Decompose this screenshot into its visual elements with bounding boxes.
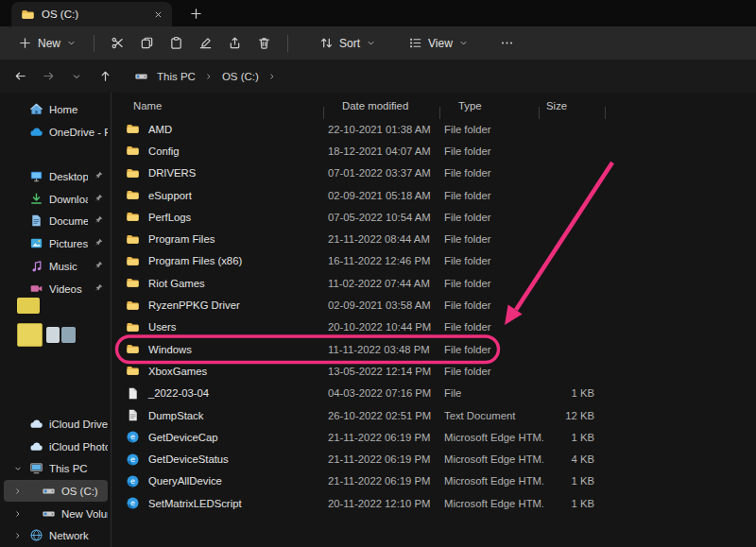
- tab-close-icon[interactable]: [149, 6, 166, 23]
- file-row-config[interactable]: Config18-12-2021 04:07 AMFile folder: [112, 140, 756, 162]
- sidebar-item-label: Home: [49, 104, 108, 115]
- file-row-users[interactable]: Users20-10-2022 10:44 PMFile folder: [112, 316, 756, 338]
- sidebar-item-home[interactable]: Home: [4, 98, 108, 120]
- more-options-button[interactable]: [492, 30, 522, 57]
- sidebar: HomeOneDrive - PersonaDesktopDownloadsDo…: [0, 93, 112, 547]
- documents-icon: [29, 214, 43, 228]
- sidebar-item-label: Documents: [49, 215, 88, 227]
- drive-icon: [42, 484, 56, 498]
- chevron-right-icon[interactable]: [11, 487, 24, 496]
- svg-text:e: e: [130, 455, 135, 464]
- file-date-modified: 04-03-2022 07:16 PM: [328, 387, 444, 399]
- svg-text:e: e: [130, 434, 135, 442]
- cut-button[interactable]: [103, 30, 132, 57]
- file-row-esupport[interactable]: eSupport02-09-2021 05:18 AMFile folder: [112, 184, 756, 206]
- new-button[interactable]: New: [9, 30, 85, 57]
- home-icon: [29, 102, 43, 116]
- new-tab-button[interactable]: [185, 3, 206, 24]
- sidebar-item-icloud-photos[interactable]: iCloud Photos: [4, 436, 108, 457]
- file-date-modified: 21-11-2022 06:19 PM: [328, 453, 444, 465]
- file-date-modified: 20-11-2022 12:10 PM: [328, 498, 444, 509]
- file-row-program-files[interactable]: Program Files21-11-2022 08:44 AMFile fol…: [112, 228, 756, 249]
- file-name: Program Files: [148, 233, 215, 245]
- sidebar-item-new-volume-d[interactable]: New Volume (D:): [4, 503, 108, 524]
- sort-button[interactable]: Sort: [311, 30, 385, 57]
- folder-icon: [126, 166, 140, 180]
- file-row-getdevicecap[interactable]: eGetDeviceCap21-11-2022 06:19 PMMicrosof…: [112, 426, 756, 448]
- thumbnail[interactable]: [46, 327, 60, 343]
- toolbar: New Sort View: [0, 26, 756, 60]
- thumbnail[interactable]: [61, 327, 76, 343]
- chevron-right-icon[interactable]: [11, 531, 24, 540]
- folder-icon: [126, 320, 140, 334]
- file-row-riot-games[interactable]: Riot Games11-02-2022 07:44 AMFile folder: [112, 272, 756, 294]
- sidebar-item-music[interactable]: Music: [4, 255, 108, 277]
- sidebar-item-pictures[interactable]: Pictures: [4, 232, 108, 254]
- toolbar-separator: [94, 35, 94, 52]
- view-button[interactable]: View: [400, 30, 477, 57]
- chevron-down-icon[interactable]: [11, 464, 24, 473]
- file-date-modified: 07-05-2022 10:54 AM: [328, 212, 444, 223]
- column-header-size[interactable]: Size: [543, 100, 610, 111]
- file-name: Riot Games: [148, 278, 205, 289]
- sidebar-item-label: Desktop: [49, 171, 88, 182]
- chevron-down-icon: [366, 38, 376, 48]
- pin-icon: [94, 260, 104, 272]
- recent-locations-button[interactable]: [64, 64, 89, 89]
- sidebar-item-downloads[interactable]: Downloads: [4, 188, 108, 210]
- up-button[interactable]: [93, 64, 117, 89]
- explorer-tab[interactable]: OS (C:): [11, 2, 172, 26]
- breadcrumb-item-this-pc[interactable]: This PC: [153, 68, 199, 85]
- file-row-getdevicestatus[interactable]: eGetDeviceStatus21-11-2022 06:19 PMMicro…: [112, 448, 756, 470]
- sidebar-item-this-pc[interactable]: This PC: [4, 457, 108, 479]
- thumbnail[interactable]: [17, 323, 43, 347]
- sidebar-item-network[interactable]: Network: [4, 524, 108, 546]
- thumbnail[interactable]: [17, 298, 40, 314]
- sidebar-item-icloud-drive[interactable]: iCloud Drive: [4, 413, 108, 435]
- breadcrumb-item-os-c[interactable]: OS (C:): [218, 68, 263, 85]
- view-icon: [408, 36, 422, 50]
- file-rows: AMD22-10-2021 01:38 AMFile folderConfig1…: [112, 118, 756, 514]
- file-row-2022-03-04[interactable]: _2022-03-0404-03-2022 07:16 PMFile1 KB: [112, 383, 756, 404]
- edge-icon: e: [126, 430, 140, 444]
- file-row-queryalldevice[interactable]: eQueryAllDevice21-11-2022 06:19 PMMicros…: [112, 470, 756, 492]
- chevron-right-icon[interactable]: [11, 509, 24, 519]
- paste-button[interactable]: [162, 30, 191, 57]
- delete-button[interactable]: [249, 30, 279, 57]
- copy-button[interactable]: [132, 30, 162, 57]
- edge-icon: e: [126, 474, 140, 488]
- edge-icon: e: [126, 496, 140, 510]
- file-row-windows[interactable]: Windows11-11-2022 03:48 PMFile folder: [112, 338, 756, 360]
- svg-text:e: e: [130, 499, 135, 507]
- folder-icon: [126, 144, 140, 158]
- file-row-perflogs[interactable]: PerfLogs07-05-2022 10:54 AMFile folder: [112, 206, 756, 228]
- sidebar-item-desktop[interactable]: Desktop: [4, 165, 108, 187]
- share-button[interactable]: [220, 30, 249, 57]
- column-header-date-modified[interactable]: Date modified: [328, 100, 444, 111]
- folder-icon: [21, 8, 35, 22]
- column-header-name[interactable]: Name: [112, 100, 328, 111]
- chevron-down-icon: [66, 38, 77, 48]
- file-row-setmatrixledscript[interactable]: eSetMatrixLEDScript20-11-2022 12:10 PMMi…: [112, 492, 756, 514]
- sidebar-item-documents[interactable]: Documents: [4, 210, 108, 231]
- back-button[interactable]: [8, 64, 32, 89]
- forward-button[interactable]: [36, 64, 60, 89]
- file-row-program-files-x86[interactable]: Program Files (x86)16-11-2022 12:46 PMFi…: [112, 250, 756, 272]
- file-list: Name Date modified Type Size AMD22-10-20…: [112, 93, 756, 547]
- file-type: File folder: [444, 299, 543, 311]
- sidebar-item-label: Downloads: [49, 194, 88, 205]
- file-type: Microsoft Edge HTM...: [444, 432, 543, 443]
- file-type: File folder: [444, 167, 543, 179]
- file-row-drivers[interactable]: DRIVERS07-01-2022 03:37 AMFile folder: [112, 162, 756, 184]
- share-icon: [228, 36, 242, 50]
- sidebar-item-os-c[interactable]: OS (C:): [4, 480, 108, 502]
- rename-button[interactable]: [191, 30, 220, 57]
- file-row-xboxgames[interactable]: XboxGames13-05-2022 12:14 PMFile folder: [112, 360, 756, 382]
- file-row-ryzenppkg-driver[interactable]: RyzenPPKG Driver02-09-2021 03:58 AMFile …: [112, 294, 756, 316]
- file-row-amd[interactable]: AMD22-10-2021 01:38 AMFile folder: [112, 118, 756, 140]
- sidebar-item-onedrive-persona[interactable]: OneDrive - Persona: [4, 121, 108, 143]
- sidebar-item-videos[interactable]: Videos: [4, 278, 108, 299]
- column-header-type[interactable]: Type: [444, 100, 543, 111]
- file-name: Users: [148, 321, 177, 333]
- file-row-dumpstack[interactable]: DumpStack26-10-2022 02:51 PMText Documen…: [112, 404, 756, 426]
